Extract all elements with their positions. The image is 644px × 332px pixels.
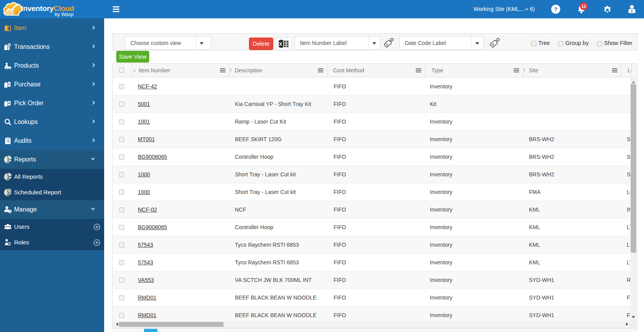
svg-text:X: X [279,41,282,47]
svg-text:?: ? [554,6,557,13]
